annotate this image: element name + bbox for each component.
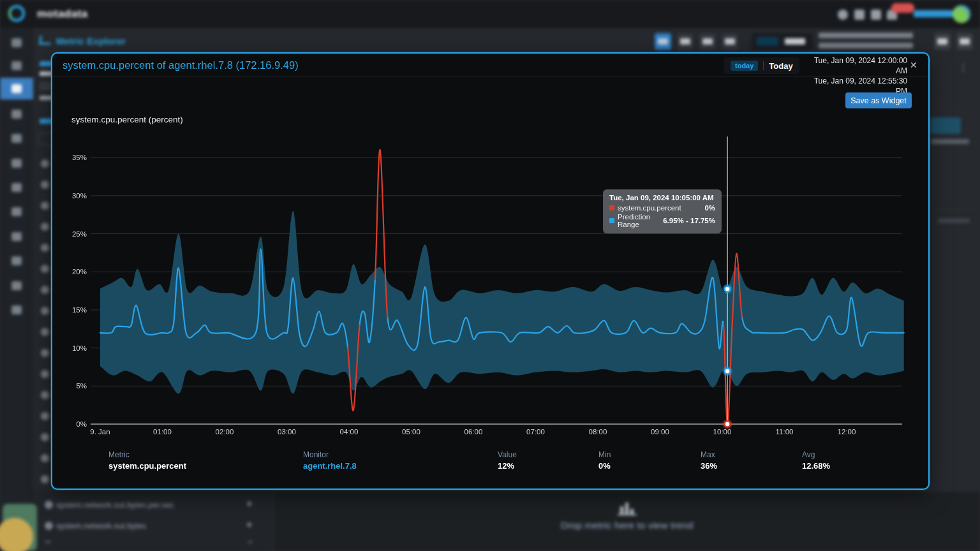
svg-text:07:00: 07:00 (526, 428, 545, 436)
metric-explorer-icon (39, 36, 52, 45)
bg-today-pill (757, 37, 778, 46)
metric-detail-modal: system.cpu.percent of agent.rhel.7.8 (17… (51, 52, 930, 490)
bg-text-bar (938, 218, 970, 223)
stat-avg: Avg12.68% (802, 450, 830, 471)
svg-text:35%: 35% (72, 154, 87, 161)
svg-text:10:00: 10:00 (713, 428, 732, 436)
bg-today-text (785, 38, 805, 45)
notification-badge (891, 3, 914, 13)
bg-date-text (819, 43, 913, 48)
bg-text-bar (45, 541, 51, 543)
metric-list-item[interactable]: system.network.out.bytes (56, 522, 146, 531)
time-range-start: Tue, Jan 09, 2024 12:00:00 AM (808, 55, 907, 76)
motadata-logo-icon (8, 5, 25, 22)
svg-text:09:00: 09:00 (651, 428, 669, 436)
metric-chart[interactable]: 0%5%10%15%20%25%30%35%9. Jan01:0002:0003… (59, 127, 914, 446)
package-icon[interactable] (871, 10, 881, 20)
metric-list-item[interactable]: system.network.out.bytes.per.sec (56, 501, 174, 510)
chart-tooltip: Tue, Jan 09, 2024 10:05:00 AM system.cpu… (603, 189, 722, 233)
svg-text:08:00: 08:00 (589, 428, 607, 436)
sidebar-item-logs[interactable] (11, 281, 22, 290)
time-preset-label: Today (769, 61, 792, 71)
avatar[interactable] (953, 5, 970, 23)
svg-text:06:00: 06:00 (464, 428, 483, 436)
modal-title: system.cpu.percent of agent.rhel.7.8 (17… (63, 59, 299, 71)
svg-text:03:00: 03:00 (278, 428, 296, 436)
sidebar-item-network[interactable] (11, 183, 22, 192)
sidebar-item-reports[interactable] (11, 110, 22, 119)
time-range-display: Tue, Jan 09, 2024 12:00:00 AM Tue, Jan 0… (808, 55, 907, 96)
stat-min: Min0% (598, 450, 611, 471)
sidebar-item-ncm[interactable] (11, 207, 22, 216)
logo-text: motadata (37, 8, 88, 20)
time-preset-control[interactable]: today Today (724, 57, 799, 74)
chart-type-line-button[interactable] (655, 33, 671, 50)
sidebar-item-monitor[interactable] (11, 61, 22, 70)
divider (931, 209, 980, 210)
sidebar (0, 28, 33, 551)
shield-icon[interactable] (854, 10, 865, 20)
bg-mini-chart (930, 117, 961, 134)
drop-hint-text: Drop metric here to view trend (274, 520, 980, 531)
stat-value: Value12% (498, 450, 517, 471)
svg-text:9. Jan: 9. Jan (90, 428, 110, 436)
sidebar-item-settings[interactable] (11, 305, 22, 314)
topbar: motadata (0, 0, 980, 28)
svg-text:20%: 20% (72, 268, 87, 276)
stat-monitor: Monitoragent.rhel.7.8 (303, 450, 357, 471)
svg-text:15%: 15% (72, 306, 87, 314)
chart-type-bar-button[interactable] (722, 33, 738, 50)
modal-header: system.cpu.percent of agent.rhel.7.8 (17… (52, 54, 928, 77)
search-icon[interactable] (838, 10, 848, 20)
close-icon[interactable]: ✕ (910, 60, 917, 70)
sidebar-item-topology[interactable] (11, 134, 22, 143)
bg-text-bar (248, 541, 253, 543)
add-metric-icon[interactable]: + (246, 498, 252, 510)
chart-type-spline-button[interactable] (677, 33, 694, 50)
tooltip-row: system.cpu.percent 0% (609, 204, 715, 212)
sidebar-item-metric-explorer[interactable] (11, 84, 22, 93)
series-marker-icon (609, 205, 614, 210)
page-title: Metric Explorer (56, 36, 126, 47)
sidebar-item-dashboard[interactable] (11, 38, 22, 47)
sidebar-item-alerts[interactable] (11, 159, 22, 168)
bg-toolbar-button[interactable] (956, 33, 973, 50)
svg-text:25%: 25% (72, 230, 87, 238)
bg-date-text (819, 33, 913, 38)
save-as-widget-button[interactable]: Save as Widget (845, 92, 912, 108)
svg-text:30%: 30% (72, 192, 87, 200)
tooltip-timestamp: Tue, Jan 09, 2024 10:05:00 AM (609, 194, 715, 202)
svg-text:5%: 5% (76, 382, 87, 390)
time-preset-badge: today (731, 61, 758, 71)
sidebar-item-server[interactable] (11, 256, 22, 265)
svg-text:01:00: 01:00 (153, 428, 172, 436)
bg-time-preset-control[interactable] (752, 33, 813, 50)
bar-chart-icon (618, 501, 637, 515)
stat-metric: Metricsystem.cpu.percent (108, 450, 186, 471)
divider (931, 104, 980, 105)
svg-text:05:00: 05:00 (402, 428, 420, 436)
series-marker-icon (609, 218, 614, 223)
svg-text:04:00: 04:00 (340, 428, 359, 436)
divider (763, 61, 764, 70)
chart-type-area-button[interactable] (699, 33, 716, 50)
bg-text-bar (931, 139, 969, 144)
tooltip-row: Prediction Range 6.95% - 17.75% (609, 213, 715, 228)
kebab-menu-icon[interactable]: ⋮ (958, 61, 969, 73)
svg-text:11:00: 11:00 (776, 428, 794, 436)
svg-text:0%: 0% (76, 420, 87, 428)
stat-max: Max36% (701, 450, 717, 471)
metric-bullet-icon (45, 501, 53, 509)
screen: motadata Metric Explorer (0, 0, 980, 551)
metric-bullet-icon (45, 522, 53, 530)
svg-text:10%: 10% (72, 344, 87, 352)
svg-text:02:00: 02:00 (216, 428, 234, 436)
add-metric-icon[interactable]: + (246, 519, 252, 531)
bg-toolbar-button[interactable] (934, 33, 951, 50)
svg-text:12:00: 12:00 (838, 428, 856, 436)
metric-list-panel: system.network.out.bytes.per.sec + syste… (33, 491, 273, 551)
monitor-link[interactable]: agent.rhel.7.8 (303, 461, 357, 471)
sidebar-item-cloud[interactable] (11, 232, 22, 241)
chart-title: system.cpu.percent (percent) (71, 115, 183, 124)
topbar-link-placeholder[interactable] (914, 10, 953, 17)
